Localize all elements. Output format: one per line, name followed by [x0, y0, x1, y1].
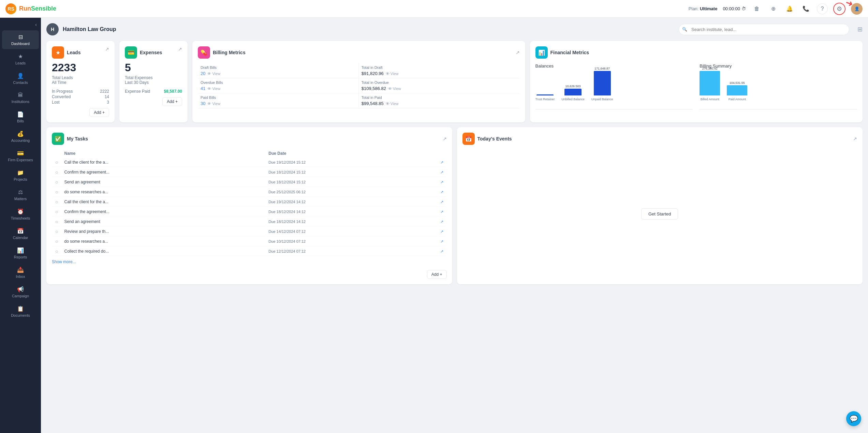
sidebar-collapse-button[interactable]: ‹: [0, 20, 41, 30]
task-check-3[interactable]: ○: [53, 188, 61, 197]
bills-icon: 📄: [17, 111, 24, 118]
sidebar-item-leads[interactable]: ★ Leads: [2, 50, 39, 69]
task-check-5[interactable]: ○: [53, 207, 61, 216]
sidebar-item-firm-expenses[interactable]: 💳 Firm Expenses: [2, 147, 39, 165]
sidebar-item-inbox[interactable]: 📥 Inbox: [2, 263, 39, 282]
search-input[interactable]: [679, 24, 849, 35]
trash-button[interactable]: 🗑: [751, 3, 762, 14]
events-external-link-icon[interactable]: ↗: [853, 136, 857, 141]
task-link-9[interactable]: ↗: [438, 247, 446, 256]
tasks-card: ✅ My Tasks ↗ Name Due Date: [46, 127, 452, 284]
add-button[interactable]: ⊕: [768, 3, 779, 14]
sidebar-item-matters[interactable]: ⚖ Matters: [2, 185, 39, 204]
bar-unbilled-balance: 10,626.503 Unbilled Balance: [561, 85, 585, 101]
draft-bills-value: 20 👁 View: [201, 71, 356, 76]
table-row: ○ Collect the required do... Due 12/12/2…: [53, 247, 446, 256]
draft-bills-label: Draft Bills: [201, 65, 356, 70]
financial-charts: Balances Trust Retainer 10,626.503: [535, 63, 857, 109]
task-name-6: Send an agreement: [61, 217, 265, 226]
task-link-5[interactable]: ↗: [438, 207, 446, 216]
table-row: ○ Send an agreement Due 18/12/2024 15:12…: [53, 178, 446, 187]
task-link-1[interactable]: ↗: [438, 168, 446, 177]
trust-retainer-bar: [536, 94, 554, 95]
leads-number: 2233: [52, 61, 109, 74]
total-draft-view-link[interactable]: 👁 View: [386, 72, 399, 76]
expenses-card-icon: 💳: [125, 46, 137, 59]
table-row: ○ Call the client for the a... Due 19/12…: [53, 158, 446, 167]
total-overdue-label: Total in Overdue: [362, 80, 517, 85]
draft-bills-view-link[interactable]: 👁 View: [207, 72, 220, 76]
task-check-0[interactable]: ○: [53, 158, 61, 167]
trust-retainer-label: Trust Retainer: [535, 98, 555, 101]
sidebar-item-accounting[interactable]: 💰 Accounting: [2, 127, 39, 146]
expenses-paid-row: Expense Paid $8,587.00: [125, 89, 182, 94]
task-link-7[interactable]: ↗: [438, 227, 446, 236]
billing-card-header: 💊 Billing Metrics ↗: [198, 46, 520, 59]
task-name-2: Send an agreement: [61, 178, 265, 187]
task-check-6[interactable]: ○: [53, 217, 61, 226]
overdue-bills-label: Overdue Bills: [201, 80, 356, 85]
sidebar-item-timesheets[interactable]: ⏰ Timesheets: [2, 205, 39, 224]
settings-area: ⚙ ➜: [833, 3, 845, 15]
tasks-col-due: Due Date: [266, 150, 437, 157]
leads-stat-lost: Lost 3: [52, 100, 109, 105]
sidebar-item-institutions[interactable]: 🏛 Institutions: [2, 89, 39, 107]
events-card-icon: 📅: [462, 133, 475, 145]
documents-icon: 📋: [17, 305, 24, 312]
total-draft-label: Total in Draft: [362, 65, 517, 70]
user-avatar[interactable]: 👤: [851, 3, 863, 15]
task-check-2[interactable]: ○: [53, 178, 61, 187]
tasks-add-button[interactable]: Add +: [427, 270, 447, 279]
leads-add-button[interactable]: Add +: [89, 108, 109, 117]
chat-bubble[interactable]: 💬: [846, 411, 861, 426]
timesheets-icon: ⏰: [17, 208, 24, 215]
get-started-button[interactable]: Get Started: [641, 208, 678, 220]
total-overdue-view-link[interactable]: 👁 View: [388, 87, 401, 91]
leads-external-link-icon[interactable]: ↗: [105, 46, 109, 52]
workspace-name: Hamilton Law Group: [63, 26, 116, 32]
settings-button[interactable]: ⚙: [833, 3, 845, 15]
task-link-8[interactable]: ↗: [438, 237, 446, 246]
expenses-subtitle: Total Expenses Last 30 Days: [125, 75, 182, 85]
task-check-4[interactable]: ○: [53, 197, 61, 207]
task-check-1[interactable]: ○: [53, 168, 61, 177]
task-due-5: Due 18/12/2024 14:12: [266, 207, 437, 216]
sidebar-item-documents[interactable]: 📋 Documents: [2, 302, 39, 321]
sidebar-item-campaign[interactable]: 📢 Campaign: [2, 283, 39, 301]
reports-icon: 📊: [17, 247, 24, 254]
task-link-2[interactable]: ↗: [438, 178, 446, 187]
sidebar-item-contacts[interactable]: 👤 Contacts: [2, 69, 39, 88]
sidebar-item-bills[interactable]: 📄 Bills: [2, 108, 39, 126]
expenses-card-footer: Add +: [125, 94, 182, 106]
bar-paid-amount: 104,531.55 Paid Amount: [727, 81, 747, 101]
expenses-card-title: Expenses: [140, 50, 162, 55]
phone-button[interactable]: 📞: [800, 3, 811, 14]
leads-card-icon: ★: [52, 46, 64, 59]
sidebar-item-reports[interactable]: 📊 Reports: [2, 244, 39, 263]
task-link-0[interactable]: ↗: [438, 158, 446, 167]
billing-external-link-icon[interactable]: ↗: [516, 50, 520, 55]
expenses-add-button[interactable]: Add +: [162, 97, 182, 106]
expenses-external-link-icon[interactable]: ↗: [178, 46, 182, 52]
task-link-4[interactable]: ↗: [438, 197, 446, 207]
financial-card-icon: 📊: [535, 46, 548, 59]
sidebar-item-dashboard[interactable]: ⊟ Dashboard: [2, 30, 39, 49]
leads-card: ★ Leads ↗ 2233 Total Leads All Time In P…: [46, 41, 115, 122]
top-right-grid-icon[interactable]: ⊞: [857, 26, 863, 33]
task-link-3[interactable]: ↗: [438, 188, 446, 197]
sidebar-item-projects[interactable]: 📁 Projects: [2, 166, 39, 185]
notification-button[interactable]: 🔔: [784, 3, 795, 14]
task-link-6[interactable]: ↗: [438, 217, 446, 226]
paid-bills-view-link[interactable]: 👁 View: [207, 102, 220, 106]
billing-card-icon: 💊: [198, 46, 210, 59]
task-check-9[interactable]: ○: [53, 247, 61, 256]
show-more-link[interactable]: Show more...: [52, 259, 76, 264]
overdue-bills-view-link[interactable]: 👁 View: [207, 87, 220, 91]
tasks-footer: Add +: [52, 267, 447, 279]
tasks-external-link-icon[interactable]: ↗: [443, 136, 447, 141]
help-button[interactable]: ?: [817, 3, 828, 14]
sidebar-item-calendar[interactable]: 📅 Calendar: [2, 224, 39, 243]
task-check-7[interactable]: ○: [53, 227, 61, 236]
total-paid-view-link[interactable]: 👁 View: [386, 102, 399, 106]
task-check-8[interactable]: ○: [53, 237, 61, 246]
